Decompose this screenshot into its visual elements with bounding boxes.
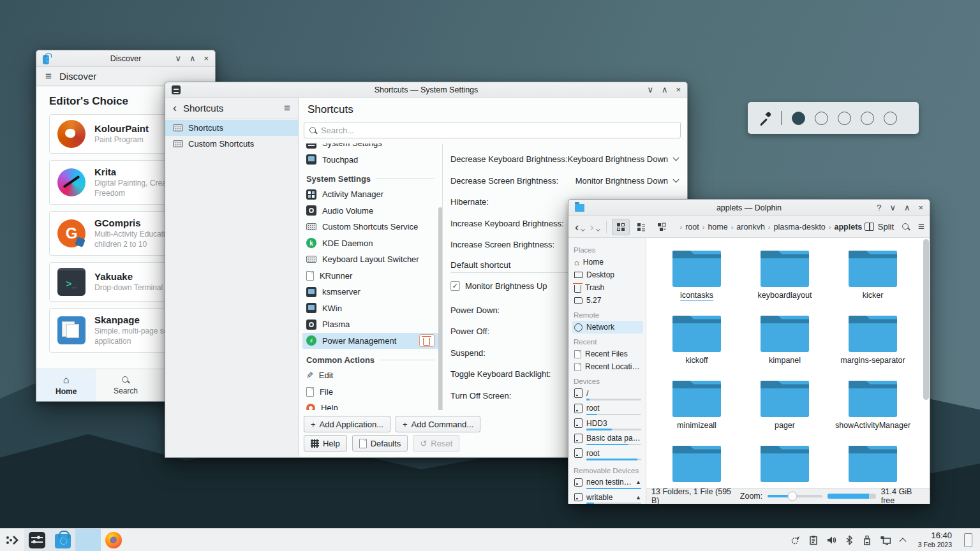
- sidebar-item-custom-shortcuts[interactable]: Custom Shortcuts: [165, 136, 298, 152]
- add-application-button[interactable]: +Add Application...: [304, 416, 390, 432]
- place-network[interactable]: Network: [572, 321, 643, 334]
- close-icon[interactable]: ×: [918, 203, 923, 212]
- device-neon-testing[interactable]: neon testing 2...▲: [572, 476, 643, 492]
- folder-partial[interactable]: [761, 446, 809, 488]
- list-item-partial[interactable]: System Settings: [302, 143, 438, 152]
- chevron-down-icon[interactable]: [673, 176, 679, 182]
- folder-keyboardlayout[interactable]: keyboardlayout: [758, 251, 812, 316]
- device-root2[interactable]: root: [572, 447, 643, 462]
- eject-icon[interactable]: ▲: [635, 494, 641, 501]
- list-item-ksmserver[interactable]: ksmserver: [302, 284, 438, 300]
- tab-search[interactable]: Search: [96, 369, 155, 401]
- forward-button[interactable]: ›: [588, 221, 595, 233]
- close-icon[interactable]: ×: [204, 54, 209, 62]
- dolphin-titlebar[interactable]: applets — Dolphin ? ∨ ∧ ×: [568, 200, 930, 216]
- display-network-icon[interactable]: [880, 534, 891, 545]
- delete-button[interactable]: [419, 334, 434, 347]
- help-button[interactable]: Help: [304, 435, 347, 452]
- task-dolphin[interactable]: [75, 529, 101, 551]
- shade-icon[interactable]: ∨: [647, 85, 653, 94]
- list-item-keyboard-layout-switcher[interactable]: Keyboard Layout Switcher: [302, 251, 438, 268]
- place-recent-files[interactable]: Recent Files: [572, 348, 643, 360]
- list-item-file[interactable]: File: [302, 384, 438, 400]
- folder-kicker[interactable]: kicker: [849, 251, 897, 316]
- task-firefox[interactable]: [101, 529, 126, 551]
- list-item-krunner[interactable]: KRunner: [302, 268, 438, 284]
- place-recent-locations[interactable]: Recent Locations: [572, 360, 643, 373]
- place-527[interactable]: 5.27: [572, 294, 643, 307]
- whatsthis-icon[interactable]: ?: [877, 203, 881, 212]
- breadcrumb-item-root[interactable]: root: [685, 223, 699, 231]
- app-launcher-button[interactable]: [0, 529, 24, 551]
- list-item-touchpad[interactable]: Touchpad: [302, 152, 438, 168]
- breadcrumb-item-user[interactable]: aronkvh: [736, 223, 764, 231]
- removable-device-icon[interactable]: [862, 534, 873, 545]
- bluetooth-icon[interactable]: [844, 534, 855, 545]
- zoom-slider[interactable]: [768, 495, 822, 497]
- tab-home[interactable]: ⌂ Home: [36, 369, 96, 401]
- eject-icon[interactable]: ▲: [635, 479, 641, 485]
- list-item-help[interactable]: Help: [302, 400, 438, 410]
- folder-margins-separator[interactable]: margins-separator: [840, 316, 905, 381]
- breadcrumb-item-applets[interactable]: applets: [834, 223, 861, 231]
- folder-showactivitymanager[interactable]: showActivityManager: [835, 381, 910, 446]
- forward-history-chevron[interactable]: [596, 227, 600, 231]
- list-item-activity-manager[interactable]: Activity Manager: [302, 186, 438, 203]
- folder-minimizeall[interactable]: minimizeall: [672, 381, 721, 446]
- clipboard-icon[interactable]: [808, 534, 819, 545]
- list-item-audio-volume[interactable]: Audio Volume: [302, 203, 438, 219]
- digital-clock[interactable]: 16:40 3 Feb 2023: [918, 531, 952, 548]
- scrollbar[interactable]: [438, 207, 442, 410]
- device-root[interactable]: root: [572, 402, 643, 418]
- expand-tray-icon[interactable]: [898, 534, 909, 545]
- view-tree-button[interactable]: [653, 219, 671, 235]
- breadcrumb-item-plasma-desktop[interactable]: plasma-deskto: [774, 223, 826, 231]
- list-item-power-management[interactable]: ⚡ Power Management: [302, 333, 438, 349]
- chevron-down-icon[interactable]: [673, 155, 679, 161]
- reset-button[interactable]: ↺Reset: [413, 435, 459, 452]
- breadcrumb-item-home[interactable]: home: [708, 223, 727, 231]
- list-item-edit[interactable]: ✎ Edit: [302, 367, 438, 384]
- view-details-button[interactable]: [632, 219, 650, 235]
- back-history-chevron[interactable]: [581, 227, 585, 231]
- shortcut-row[interactable]: Decrease Screen Brightness: Monitor Brig…: [450, 170, 678, 192]
- folder-kickoff[interactable]: kickoff: [672, 316, 721, 381]
- folder-partial[interactable]: [672, 446, 721, 488]
- input-method-icon[interactable]: [791, 534, 801, 545]
- split-button[interactable]: Split: [865, 222, 894, 231]
- color-swatch[interactable]: [861, 112, 874, 125]
- shortcut-row[interactable]: Decrease Keyboard Brightness: Keyboard B…: [450, 149, 678, 170]
- color-swatch[interactable]: [815, 112, 828, 125]
- color-swatch-selected[interactable]: [792, 112, 805, 125]
- color-swatch[interactable]: [838, 112, 851, 125]
- defaults-button[interactable]: Defaults: [352, 435, 408, 452]
- add-command-button[interactable]: +Add Command...: [396, 416, 480, 432]
- zoom-slider-handle[interactable]: [787, 492, 797, 501]
- list-item-kwin[interactable]: KWin: [302, 300, 438, 317]
- back-button[interactable]: ‹: [574, 221, 580, 233]
- list-item-kde-daemon[interactable]: k KDE Daemon: [302, 235, 438, 252]
- folder-pager[interactable]: pager: [761, 381, 809, 446]
- device-writable[interactable]: writable▲: [572, 491, 643, 504]
- task-discover[interactable]: [50, 529, 75, 551]
- search-input[interactable]: [304, 122, 681, 138]
- search-icon[interactable]: [902, 223, 910, 231]
- volume-icon[interactable]: [826, 534, 837, 545]
- view-icons-button[interactable]: [612, 219, 630, 235]
- place-trash[interactable]: Trash: [572, 281, 643, 294]
- maximize-icon[interactable]: ∧: [662, 85, 668, 94]
- device-hdd3[interactable]: HDD3: [572, 417, 643, 432]
- place-home[interactable]: ⌂Home: [572, 256, 643, 268]
- task-system-settings[interactable]: [24, 529, 50, 551]
- device-basic-data-partition[interactable]: Basic data partiti...: [572, 432, 643, 448]
- shade-icon[interactable]: ∨: [175, 54, 181, 62]
- folder-partial[interactable]: [849, 446, 897, 488]
- close-icon[interactable]: ×: [676, 85, 681, 94]
- menu-icon[interactable]: ≡: [284, 103, 290, 114]
- settings-titlebar[interactable]: Shortcuts — System Settings ∨ ∧ ×: [165, 82, 687, 98]
- folder-icontasks[interactable]: icontasks: [672, 251, 721, 316]
- menu-icon[interactable]: ≡: [45, 71, 52, 82]
- color-swatch[interactable]: [884, 112, 897, 125]
- eyedropper-icon[interactable]: [759, 112, 771, 124]
- device-rootfs[interactable]: /: [572, 387, 643, 402]
